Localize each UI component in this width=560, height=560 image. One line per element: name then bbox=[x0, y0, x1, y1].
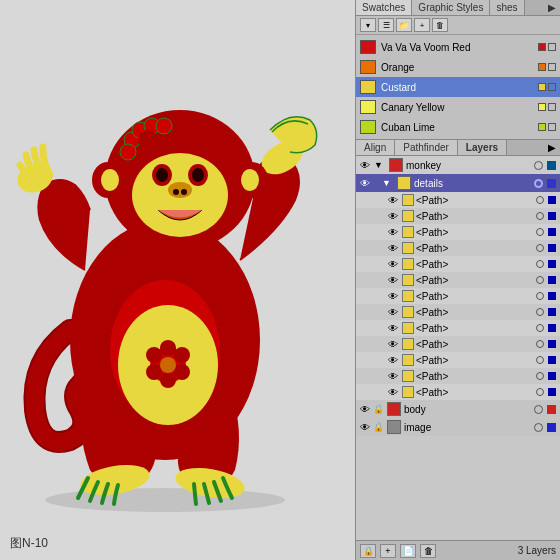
tab-pathfinder[interactable]: Pathfinder bbox=[395, 140, 458, 155]
path-name: <Path> bbox=[416, 211, 534, 222]
path-selection-dot bbox=[548, 356, 556, 364]
path-target-circle[interactable] bbox=[536, 356, 544, 364]
tab-graphic-styles[interactable]: Graphic Styles bbox=[412, 0, 490, 15]
path-name: <Path> bbox=[416, 291, 534, 302]
layer-target-circle[interactable] bbox=[534, 161, 543, 170]
path-selection-dot bbox=[548, 212, 556, 220]
layer-path-row[interactable]: 👁<Path> bbox=[356, 368, 560, 384]
layer-monkey[interactable]: 👁▼monkey bbox=[356, 156, 560, 174]
layer-visibility-eye[interactable]: 👁 bbox=[386, 385, 400, 399]
swatch-color-orange bbox=[360, 60, 376, 74]
layer-visibility-eye[interactable]: 👁 bbox=[386, 225, 400, 239]
layer-visibility-eye[interactable]: 👁 bbox=[386, 353, 400, 367]
path-color-swatch bbox=[402, 210, 414, 222]
layer-visibility-eye[interactable]: 👁 bbox=[386, 337, 400, 351]
layers-panel[interactable]: 👁▼monkey👁▼details👁<Path>👁<Path>👁<Path>👁<… bbox=[356, 156, 560, 540]
layer-target-circle-body[interactable] bbox=[534, 405, 543, 414]
show-swatch-kinds-button[interactable]: ▾ bbox=[360, 18, 376, 32]
path-target-circle[interactable] bbox=[536, 260, 544, 268]
sublayer-target-circle[interactable] bbox=[534, 179, 543, 188]
path-target-circle[interactable] bbox=[536, 292, 544, 300]
layer-visibility-eye[interactable]: 👁 bbox=[358, 402, 372, 416]
new-swatch-button[interactable]: + bbox=[414, 18, 430, 32]
layer-path-row[interactable]: 👁<Path> bbox=[356, 288, 560, 304]
layer-visibility-eye[interactable]: 👁 bbox=[358, 420, 372, 434]
layer-path-row[interactable]: 👁<Path> bbox=[356, 256, 560, 272]
layer-path-row[interactable]: 👁<Path> bbox=[356, 384, 560, 400]
path-target-circle[interactable] bbox=[536, 228, 544, 236]
path-selection-dot bbox=[548, 228, 556, 236]
layer-selection-indicator bbox=[547, 161, 556, 170]
layer-visibility-eye[interactable]: 👁 bbox=[386, 209, 400, 223]
layer-path-row[interactable]: 👁<Path> bbox=[356, 336, 560, 352]
path-target-circle[interactable] bbox=[536, 212, 544, 220]
delete-layer-button[interactable]: 🗑 bbox=[420, 544, 436, 558]
swatch-item-orange[interactable]: Orange bbox=[356, 57, 560, 77]
svg-point-15 bbox=[101, 169, 119, 191]
layer-visibility-eye[interactable]: 👁 bbox=[386, 369, 400, 383]
new-layer-button[interactable]: 📄 bbox=[400, 544, 416, 558]
swatch-name-custard: Custard bbox=[381, 82, 538, 93]
swatch-fill-indicator-canary-yellow bbox=[538, 103, 546, 111]
layer-visibility-eye[interactable]: 👁 bbox=[358, 176, 372, 190]
swatch-name-cuban-lime: Cuban Lime bbox=[381, 122, 538, 133]
lock-layer-button[interactable]: 🔒 bbox=[360, 544, 376, 558]
layer-visibility-eye[interactable]: 👁 bbox=[386, 257, 400, 271]
path-target-circle[interactable] bbox=[536, 340, 544, 348]
layer-visibility-eye[interactable]: 👁 bbox=[386, 305, 400, 319]
tab-swatches[interactable]: Swatches bbox=[356, 0, 412, 15]
path-target-circle[interactable] bbox=[536, 196, 544, 204]
swatch-item-voom-red[interactable]: Va Va Va Voom Red bbox=[356, 37, 560, 57]
delete-swatch-button[interactable]: 🗑 bbox=[432, 18, 448, 32]
sublayer-selection-indicator bbox=[547, 179, 556, 188]
path-target-circle[interactable] bbox=[536, 324, 544, 332]
swatch-fill-indicator-cuban-lime bbox=[538, 123, 546, 131]
tab-layers[interactable]: Layers bbox=[458, 140, 507, 155]
swatch-item-custard[interactable]: Custard bbox=[356, 77, 560, 97]
layer-path-row[interactable]: 👁<Path> bbox=[356, 320, 560, 336]
layer-visibility-eye[interactable]: 👁 bbox=[386, 289, 400, 303]
swatch-list-button[interactable]: ☰ bbox=[378, 18, 394, 32]
layer-target-circle-image[interactable] bbox=[534, 423, 543, 432]
path-selection-dot bbox=[548, 388, 556, 396]
swatch-item-cuban-lime[interactable]: Cuban Lime bbox=[356, 117, 560, 137]
layer-path-row[interactable]: 👁<Path> bbox=[356, 304, 560, 320]
layer-thumbnail-image bbox=[387, 420, 401, 434]
layer-path-row[interactable]: 👁<Path> bbox=[356, 224, 560, 240]
layer-visibility-eye[interactable]: 👁 bbox=[358, 158, 372, 172]
svg-point-25 bbox=[120, 144, 136, 160]
layer-image[interactable]: 👁🔒image bbox=[356, 418, 560, 436]
path-target-circle[interactable] bbox=[536, 308, 544, 316]
path-target-circle[interactable] bbox=[536, 388, 544, 396]
layer-path-row[interactable]: 👁<Path> bbox=[356, 208, 560, 224]
new-color-group-button[interactable]: 📁 bbox=[396, 18, 412, 32]
tab-brushes[interactable]: shes bbox=[490, 0, 524, 15]
svg-point-31 bbox=[160, 340, 176, 356]
layer-body[interactable]: 👁🔒body bbox=[356, 400, 560, 418]
svg-point-26 bbox=[138, 130, 158, 150]
layer-visibility-eye[interactable]: 👁 bbox=[386, 321, 400, 335]
tab-align[interactable]: Align bbox=[356, 140, 395, 155]
panel-menu-arrow[interactable]: ▶ bbox=[544, 0, 560, 15]
path-target-circle[interactable] bbox=[536, 244, 544, 252]
sublayer-expand-icon: ▼ bbox=[382, 178, 392, 188]
swatch-item-canary-yellow[interactable]: Canary Yellow bbox=[356, 97, 560, 117]
layer-visibility-eye[interactable]: 👁 bbox=[386, 193, 400, 207]
layer-path-row[interactable]: 👁<Path> bbox=[356, 352, 560, 368]
layer-path-row[interactable]: 👁<Path> bbox=[356, 272, 560, 288]
layer-visibility-eye[interactable]: 👁 bbox=[386, 273, 400, 287]
layer-visibility-eye[interactable]: 👁 bbox=[386, 241, 400, 255]
layer-path-row[interactable]: 👁<Path> bbox=[356, 192, 560, 208]
path-name: <Path> bbox=[416, 339, 534, 350]
path-target-circle[interactable] bbox=[536, 276, 544, 284]
layer-path-row[interactable]: 👁<Path> bbox=[356, 240, 560, 256]
swatch-fill-indicator-custard bbox=[538, 83, 546, 91]
swatches-tabs: Swatches Graphic Styles shes ▶ bbox=[356, 0, 560, 16]
layer-details[interactable]: 👁▼details bbox=[356, 174, 560, 192]
new-sublayer-button[interactable]: + bbox=[380, 544, 396, 558]
layers-panel-menu[interactable]: ▶ bbox=[544, 140, 560, 155]
path-target-circle[interactable] bbox=[536, 372, 544, 380]
svg-point-12 bbox=[173, 189, 179, 195]
svg-point-24 bbox=[156, 118, 172, 134]
svg-point-32 bbox=[174, 347, 190, 363]
